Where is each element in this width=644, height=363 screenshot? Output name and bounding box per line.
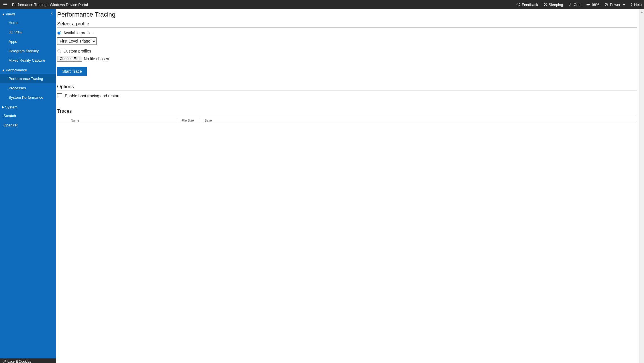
enable-boot-label: Enable boot tracing and restart [65, 94, 119, 98]
sidebar: Views Home 3D View Apps Hologram Stabili… [0, 9, 56, 363]
section-traces: Traces [57, 108, 637, 115]
history-icon [543, 3, 547, 7]
power-label: Power [610, 3, 620, 7]
svg-rect-6 [587, 4, 589, 5]
choose-file-button[interactable]: Choose File [57, 56, 82, 62]
triangle-right-icon [2, 106, 4, 108]
checkbox-box[interactable] [57, 93, 62, 98]
scroll-up-arrow-icon[interactable]: ▴ [639, 9, 644, 14]
help-button[interactable]: ? Help [630, 3, 642, 7]
custom-profiles-label: Custom profiles [63, 49, 91, 53]
custom-profiles-radio-input[interactable] [57, 49, 61, 53]
sidebar-item-performance-tracing[interactable]: Performance Tracing [0, 74, 56, 83]
cool-label: Cool [574, 3, 581, 7]
svg-point-0 [517, 3, 520, 6]
feedback-button[interactable]: Feedback [516, 3, 538, 7]
chevron-down-icon [623, 4, 625, 5]
traces-col-save[interactable]: Save [200, 118, 637, 123]
section-select-profile: Select a profile [57, 21, 637, 28]
nav-section-performance-label: Performance [6, 68, 27, 72]
nav-section-system[interactable]: System [0, 102, 56, 111]
no-file-chosen-label: No file chosen [84, 57, 109, 61]
enable-boot-tracing-checkbox[interactable]: Enable boot tracing and restart [57, 93, 637, 98]
power-menu[interactable]: Power [604, 3, 625, 7]
sidebar-item-processes[interactable]: Processes [0, 83, 56, 93]
nav-section-views[interactable]: Views [0, 9, 56, 18]
sidebar-item-apps[interactable]: Apps [0, 37, 56, 46]
nav-section-system-label: System [5, 105, 17, 109]
traces-table: Name File Size Save [57, 118, 637, 123]
svg-rect-4 [570, 3, 571, 5]
page-title: Performance Tracing [57, 11, 637, 18]
nav-section-performance[interactable]: Performance [0, 65, 56, 74]
privacy-cookies-link[interactable]: Privacy & Cookies [0, 358, 56, 363]
sidebar-item-3d-view[interactable]: 3D View [0, 27, 56, 37]
svg-rect-7 [589, 4, 590, 5]
sleeping-label: Sleeping [549, 3, 563, 7]
chevron-left-icon [50, 12, 53, 15]
sidebar-collapse-button[interactable] [49, 11, 54, 16]
hamburger-icon[interactable] [2, 1, 9, 8]
sleeping-status[interactable]: Sleeping [543, 3, 563, 7]
triangle-up-icon [2, 13, 5, 15]
sidebar-item-openxr[interactable]: OpenXR [0, 120, 56, 130]
battery-label: 98% [592, 3, 599, 7]
vertical-scrollbar[interactable]: ▴ [639, 9, 644, 363]
triangle-up-icon [2, 69, 5, 71]
battery-status[interactable]: 98% [586, 3, 599, 7]
feedback-label: Feedback [522, 3, 538, 7]
sidebar-item-mixed-reality-capture[interactable]: Mixed Reality Capture [0, 56, 56, 65]
power-icon [604, 3, 608, 7]
svg-point-2 [519, 4, 519, 5]
sidebar-item-home[interactable]: Home [0, 18, 56, 27]
topbar: Performance Tracing - Windows Device Por… [0, 0, 644, 9]
traces-col-name[interactable]: Name [57, 118, 177, 123]
smile-icon [516, 3, 520, 7]
available-profiles-radio[interactable]: Available profiles [57, 31, 637, 35]
content-pane: Performance Tracing Select a profile Ava… [56, 9, 639, 363]
section-options: Options [57, 84, 637, 90]
custom-profiles-radio[interactable]: Custom profiles [57, 49, 637, 53]
sidebar-item-scratch[interactable]: Scratch [0, 111, 56, 120]
help-label: Help [634, 3, 642, 7]
profile-select[interactable]: First Level Triage [57, 37, 97, 45]
available-profiles-radio-input[interactable] [57, 31, 61, 35]
available-profiles-label: Available profiles [63, 31, 94, 35]
start-trace-button[interactable]: Start Trace [57, 67, 87, 76]
question-icon: ? [630, 3, 633, 7]
thermometer-icon [568, 3, 572, 7]
sidebar-item-system-performance[interactable]: System Performance [0, 93, 56, 102]
battery-icon [586, 3, 590, 7]
svg-point-1 [517, 4, 518, 5]
window-title: Performance Tracing - Windows Device Por… [12, 3, 88, 7]
sidebar-item-hologram-stability[interactable]: Hologram Stability [0, 46, 56, 56]
nav-section-views-label: Views [6, 12, 15, 16]
traces-col-file-size[interactable]: File Size [177, 118, 200, 123]
temperature-status[interactable]: Cool [568, 3, 581, 7]
